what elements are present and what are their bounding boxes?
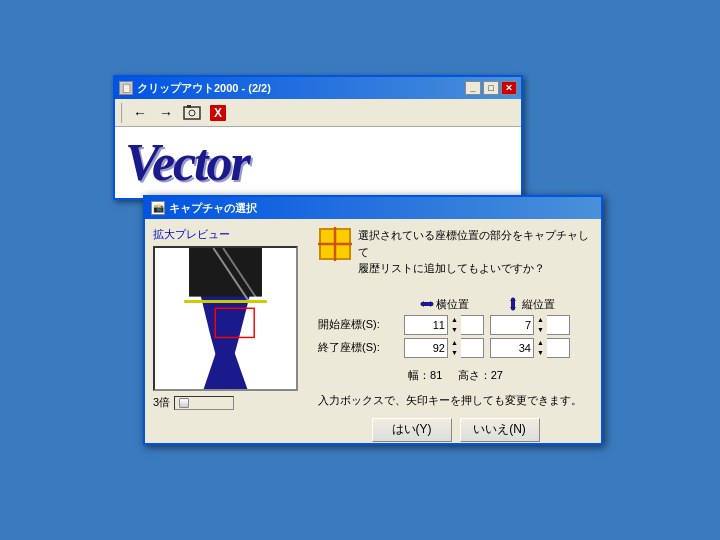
start-vert-up[interactable]: ▲ (534, 315, 547, 325)
horiz-label: 横位置 (436, 297, 469, 312)
start-horiz-up[interactable]: ▲ (448, 315, 461, 325)
browser-content: Vector (115, 127, 521, 198)
end-vert-down[interactable]: ▼ (534, 348, 547, 358)
vector-logo-text: Vector (125, 134, 249, 191)
forward-button[interactable]: → (155, 102, 177, 124)
end-horiz-input[interactable] (405, 339, 447, 357)
svg-text:X: X (214, 106, 222, 120)
dimensions-text: 幅：81 高さ：27 (318, 368, 593, 383)
dialog-titlebar: 📸 キャプチャの選択 (145, 197, 601, 219)
svg-marker-19 (420, 301, 424, 307)
hint-text: 入力ボックスで、矢印キーを押しても変更できます。 (318, 393, 593, 408)
svg-rect-1 (187, 105, 191, 108)
end-vert-input[interactable] (491, 339, 533, 357)
end-vert-up[interactable]: ▲ (534, 338, 547, 348)
start-vert-down[interactable]: ▼ (534, 325, 547, 335)
preview-label[interactable]: 拡大プレビュー (153, 227, 308, 242)
titlebar-buttons: _ □ ✕ (465, 81, 517, 95)
svg-point-2 (189, 110, 195, 116)
start-horiz-spinbox[interactable]: ▲ ▼ (404, 315, 484, 335)
dialog-buttons: はい(Y) いいえ(N) (318, 418, 593, 442)
dialog-app-icon: 📸 (151, 201, 165, 215)
preview-image (153, 246, 298, 391)
browser-title: クリップアウト2000 - (2/2) (137, 81, 271, 96)
magnification-slider[interactable] (174, 396, 234, 410)
svg-marker-20 (430, 301, 434, 307)
crosshair-icon (318, 227, 352, 261)
browser-toolbar: ← → X (115, 99, 521, 127)
minimize-button[interactable]: _ (465, 81, 481, 95)
yes-button[interactable]: はい(Y) (372, 418, 452, 442)
start-row-label: 開始座標(S): (318, 317, 398, 332)
end-horiz-up[interactable]: ▲ (448, 338, 461, 348)
end-horiz-spinbox[interactable]: ▲ ▼ (404, 338, 484, 358)
dialog-window: 📸 キャプチャの選択 拡大プレビュー (143, 195, 603, 445)
svg-marker-22 (510, 297, 516, 301)
dialog-body: 拡大プレビュー (145, 219, 601, 443)
maximize-button[interactable]: □ (483, 81, 499, 95)
capture-button[interactable] (181, 102, 203, 124)
svg-marker-23 (510, 307, 516, 311)
slider-thumb (179, 398, 189, 408)
browser-window: 📋 クリップアウト2000 - (2/2) _ □ ✕ ← → X (113, 75, 523, 200)
exit-button[interactable]: X (207, 102, 229, 124)
vector-logo: Vector (125, 129, 249, 197)
dialog-title: キャプチャの選択 (169, 201, 257, 216)
coord-section: 横位置 縦位置 開始座標(S): ▲ ▼ (318, 297, 593, 358)
no-button[interactable]: いいえ(N) (460, 418, 540, 442)
preview-magnification: 3倍 (153, 395, 308, 410)
preview-canvas (155, 248, 296, 389)
vert-label: 縦位置 (522, 297, 555, 312)
start-vert-spinbuttons: ▲ ▼ (533, 315, 547, 335)
horiz-header: 横位置 (404, 297, 484, 312)
start-horiz-down[interactable]: ▼ (448, 325, 461, 335)
back-button[interactable]: ← (129, 102, 151, 124)
browser-titlebar: 📋 クリップアウト2000 - (2/2) _ □ ✕ (115, 77, 521, 99)
close-button[interactable]: ✕ (501, 81, 517, 95)
vert-icon (506, 297, 520, 311)
browser-app-icon: 📋 (119, 81, 133, 95)
end-vert-spinbuttons: ▲ ▼ (533, 338, 547, 358)
svg-rect-0 (184, 107, 200, 119)
crosshair-container: 選択されている座標位置の部分をキャプチャして 履歴リストに追加してもよいですか？ (318, 227, 593, 283)
settings-panel: 選択されている座標位置の部分をキャプチャして 履歴リストに追加してもよいですか？… (318, 227, 593, 435)
start-horiz-spinbuttons: ▲ ▼ (447, 315, 461, 335)
start-vert-spinbox[interactable]: ▲ ▼ (490, 315, 570, 335)
width-text: 幅：81 (408, 369, 442, 381)
end-horiz-spinbuttons: ▲ ▼ (447, 338, 461, 358)
description-line2: 履歴リストに追加してもよいですか？ (358, 262, 545, 274)
start-vert-input[interactable] (491, 316, 533, 334)
description-text: 選択されている座標位置の部分をキャプチャして 履歴リストに追加してもよいですか？ (358, 227, 593, 277)
preview-panel: 拡大プレビュー (153, 227, 308, 435)
titlebar-left: 📋 クリップアウト2000 - (2/2) (119, 81, 271, 96)
end-horiz-down[interactable]: ▼ (448, 348, 461, 358)
description-line1: 選択されている座標位置の部分をキャプチャして (358, 229, 589, 258)
right-content: 選択されている座標位置の部分をキャプチャして 履歴リストに追加してもよいですか？ (358, 227, 593, 283)
end-vert-spinbox[interactable]: ▲ ▼ (490, 338, 570, 358)
horiz-icon (420, 297, 434, 311)
magnification-label: 3倍 (153, 395, 170, 410)
toolbar-separator-1 (121, 103, 123, 123)
end-row-label: 終了座標(S): (318, 340, 398, 355)
start-horiz-input[interactable] (405, 316, 447, 334)
height-text: 高さ：27 (458, 369, 503, 381)
vert-header: 縦位置 (490, 297, 570, 312)
